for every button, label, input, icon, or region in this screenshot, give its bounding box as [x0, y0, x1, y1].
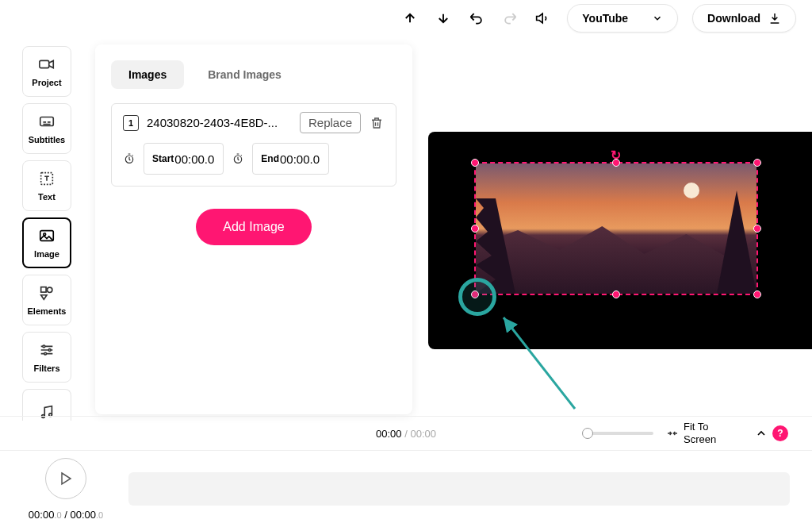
- item-index: 1: [123, 115, 139, 131]
- image-selection-frame[interactable]: ↻: [474, 162, 758, 295]
- download-button[interactable]: Download: [692, 4, 796, 33]
- timeline-body: 00:00.0 / 00:00.0: [0, 451, 812, 527]
- end-label: End: [261, 153, 279, 164]
- volume-icon[interactable]: [534, 9, 553, 28]
- trash-icon: [370, 116, 384, 130]
- redo-icon[interactable]: [500, 9, 519, 28]
- item-filename: 24030820-2403-4E8D-...: [147, 116, 292, 129]
- sidebar-label: Text: [38, 192, 56, 202]
- svg-point-9: [44, 352, 47, 355]
- time-display: 00:00 / 00:00: [376, 428, 436, 440]
- stopwatch-icon: [232, 152, 244, 165]
- collapse-toggle[interactable]: [755, 427, 768, 440]
- resize-handle-ml[interactable]: [471, 225, 479, 233]
- resize-handle-mr[interactable]: [753, 225, 761, 233]
- download-label: Download: [707, 12, 760, 25]
- resize-handle-tr[interactable]: [753, 159, 761, 167]
- undo-icon[interactable]: [467, 9, 486, 28]
- replace-button[interactable]: Replace: [300, 112, 361, 133]
- chevron-up-icon: [755, 427, 768, 440]
- svg-point-8: [48, 349, 51, 352]
- delete-button[interactable]: [369, 115, 385, 131]
- sliders-icon: [38, 341, 56, 359]
- svg-rect-5: [41, 287, 46, 292]
- download-icon: [768, 12, 781, 25]
- add-image-button[interactable]: Add Image: [196, 209, 311, 245]
- help-button[interactable]: ?: [772, 425, 788, 441]
- tab-brand-images[interactable]: Brand Images: [190, 60, 299, 89]
- playhead-time: 00:00.0 / 00:00.0: [29, 509, 103, 521]
- sidebar-label: Filters: [33, 364, 59, 373]
- subtitles-icon: [38, 113, 56, 130]
- timeline-header: 00:00 / 00:00 Fit To Screen ?: [0, 416, 812, 451]
- svg-rect-0: [40, 60, 49, 67]
- resize-handle-br[interactable]: [753, 290, 761, 298]
- left-sidebar: Project Subtitles Text Image Elements Fi…: [22, 46, 73, 421]
- arrow-up-icon[interactable]: [400, 9, 419, 28]
- arrow-down-icon[interactable]: [434, 9, 453, 28]
- zoom-slider[interactable]: [582, 432, 653, 435]
- sidebar-item-text[interactable]: Text: [22, 160, 71, 211]
- chevron-down-icon: [652, 13, 663, 24]
- fit-icon: [666, 429, 679, 438]
- timeline-track[interactable]: [128, 472, 790, 506]
- image-item: 1 24030820-2403-4E8D-... Replace Start E…: [111, 103, 396, 187]
- fit-label: Fit To Screen: [684, 421, 725, 445]
- panel-tabs: Images Brand Images: [111, 60, 396, 89]
- current-time: 00:00: [376, 428, 402, 440]
- svg-point-7: [43, 345, 45, 348]
- sidebar-item-project[interactable]: Project: [22, 46, 71, 97]
- preset-dropdown[interactable]: YouTube: [567, 4, 678, 33]
- tab-images[interactable]: Images: [111, 60, 184, 89]
- image-content: [476, 163, 756, 294]
- images-panel: Images Brand Images 1 24030820-2403-4E8D…: [95, 44, 412, 414]
- sidebar-item-image[interactable]: Image: [22, 217, 71, 268]
- sidebar-label: Image: [34, 249, 59, 259]
- end-value[interactable]: [279, 152, 320, 166]
- start-value[interactable]: [174, 152, 215, 166]
- total-time: 00:00: [410, 428, 436, 440]
- start-time-input[interactable]: Start: [144, 143, 224, 175]
- play-button[interactable]: [45, 458, 86, 499]
- sidebar-item-subtitles[interactable]: Subtitles: [22, 103, 71, 154]
- stopwatch-icon: [123, 152, 136, 165]
- resize-handle-tl[interactable]: [471, 159, 479, 167]
- image-icon: [38, 227, 56, 244]
- canvas-preview[interactable]: ↻: [428, 132, 812, 349]
- sidebar-label: Project: [32, 78, 61, 87]
- resize-handle-bl[interactable]: [471, 290, 479, 298]
- text-icon: [38, 170, 56, 187]
- video-camera-icon: [38, 56, 56, 73]
- sidebar-item-elements[interactable]: Elements: [22, 275, 71, 325]
- play-icon: [59, 471, 72, 486]
- shapes-icon: [38, 284, 56, 302]
- preset-label: YouTube: [582, 12, 628, 25]
- sidebar-item-filters[interactable]: Filters: [22, 332, 71, 383]
- resize-handle-tc[interactable]: [612, 159, 620, 167]
- sidebar-label: Subtitles: [29, 135, 65, 144]
- end-time-input[interactable]: End: [252, 143, 329, 175]
- resize-handle-bc[interactable]: [612, 290, 620, 298]
- start-label: Start: [152, 153, 174, 164]
- fit-to-screen-button[interactable]: Fit To Screen: [666, 421, 725, 445]
- svg-point-6: [47, 287, 52, 292]
- top-toolbar: YouTube Download: [0, 0, 812, 37]
- sidebar-label: Elements: [28, 306, 67, 316]
